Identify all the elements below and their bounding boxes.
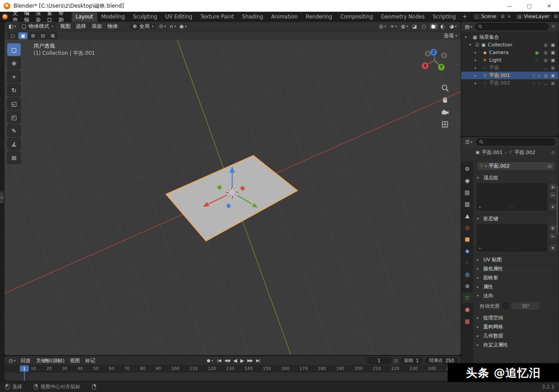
constraints-tab[interactable]: ⊛ <box>462 280 473 292</box>
gizmos-icon[interactable]: +▾ <box>389 23 398 29</box>
disclosure-icon[interactable]: ▸ <box>475 73 479 77</box>
panel-geometry-data[interactable]: ▸ 几何数据 <box>473 331 559 340</box>
workspace-tab[interactable]: UV Editing <box>161 12 197 22</box>
maximize-button[interactable]: □ <box>519 0 539 12</box>
pivot-point-icon[interactable]: ⊙ ▾ <box>158 23 167 29</box>
breadcrumb-object[interactable]: 平面.001 <box>482 149 503 156</box>
view-layer-tab[interactable]: ▧ <box>462 198 473 210</box>
disclosure-icon[interactable]: ▸ <box>475 81 479 85</box>
select-mode-extend[interactable]: ⊞ <box>28 32 37 39</box>
region-toggle-tab[interactable]: + <box>0 191 4 203</box>
panel-uv-maps[interactable]: ▸ UV 贴图 <box>473 255 559 264</box>
zoom-icon[interactable] <box>441 84 449 92</box>
texture-tab[interactable]: ▩ <box>462 315 473 327</box>
frame-start-field[interactable]: 起始1 <box>400 357 423 364</box>
mesh-name-field[interactable]: ▽ ▾ 平面.002 ◎ <box>477 162 555 170</box>
auto-smooth-checkbox[interactable] <box>503 303 508 309</box>
timeline-track-area[interactable] <box>5 373 461 381</box>
particles-tab[interactable]: ∴ <box>462 257 473 268</box>
viewport-canvas[interactable]: ▢ ⊕ + ↻ ◱ <box>5 40 461 355</box>
disclosure-icon[interactable]: ▸ <box>475 58 479 62</box>
shading-wireframe-icon[interactable]: ○ <box>421 23 429 29</box>
tool-options-label[interactable]: 选项 <box>444 32 454 39</box>
render-visibility-icon[interactable]: ▣ <box>550 50 556 55</box>
new-viewlayer-icon[interactable]: ⊞ <box>553 14 559 19</box>
row-plane-002[interactable]: ▸ ▽ 平面.002 ▽ + ◡ ▣ <box>461 79 559 87</box>
breadcrumb-data[interactable]: 平面.002 <box>514 149 536 156</box>
vertex-group-specials-button[interactable]: ▾ <box>549 203 556 210</box>
transform-tool[interactable]: ◰ <box>7 111 21 123</box>
shading-solid-icon[interactable]: ● <box>430 23 438 29</box>
add-cube-tool[interactable]: ⊞ <box>7 151 21 164</box>
timeline-menu-item[interactable]: 视图 <box>67 357 82 365</box>
workspace-tab[interactable]: Texture Paint <box>197 12 238 22</box>
output-tab[interactable]: ▤ <box>462 187 473 198</box>
vertex-group-remove-button[interactable]: − <box>549 191 556 199</box>
scene-tab[interactable]: ▲ <box>462 210 473 221</box>
physics-tab[interactable]: ◍ <box>462 269 473 280</box>
shape-keys-list[interactable]: ▸ ∷∷ <box>477 224 547 251</box>
viewlayer-selector[interactable]: ▤ ViewLayer <box>514 13 553 21</box>
workspace-tab[interactable]: Layout <box>72 12 97 22</box>
visibility-eye-icon[interactable]: ◡ <box>543 65 549 70</box>
disclosure-icon[interactable]: ▸ <box>475 50 479 55</box>
play-reverse-button[interactable]: ◀ <box>233 358 236 364</box>
playhead[interactable]: 1 <box>20 365 29 372</box>
shape-key-add-button[interactable]: + <box>549 224 556 232</box>
workspace-tab[interactable]: Animation <box>267 12 302 22</box>
viewport-menu-item[interactable]: 添加 <box>89 22 105 31</box>
new-scene-icon[interactable]: ⊞ <box>499 14 506 19</box>
scale-tool[interactable]: ◱ <box>7 97 21 110</box>
panel-attributes[interactable]: ▸ 属性 <box>473 282 559 291</box>
properties-scrollbar[interactable] <box>556 186 558 235</box>
overlays-icon[interactable]: ◍▾ <box>400 23 410 29</box>
shape-key-specials-button[interactable]: ▾ <box>549 244 556 251</box>
cursor-tool[interactable]: ⊕ <box>7 57 21 69</box>
visibility-eye-icon[interactable]: ◎ <box>543 50 549 55</box>
row-plane[interactable]: ▸ ▱ 平面 ◡ ▣ <box>461 64 559 72</box>
panel-face-maps[interactable]: ▸ 面映射 <box>473 273 559 282</box>
timeline-ruler[interactable]: 1 10203040506070809010011012013014015016… <box>5 365 461 373</box>
render-visibility-icon[interactable]: ▣ <box>550 73 556 78</box>
row-camera[interactable]: ▸ ◆ Camera ▣ ◎ ▣ <box>461 49 559 56</box>
properties-search-input[interactable] <box>485 140 553 145</box>
disclosure-icon[interactable]: ▾ <box>469 43 474 47</box>
panel-remesh[interactable]: ▸ 重构网格 <box>473 322 559 331</box>
render-tab[interactable]: ◉ <box>462 175 473 186</box>
transform-orientation-selector[interactable]: ⊕ 全局 ▾ <box>129 23 157 30</box>
auto-keying-button[interactable]: ● ▾ <box>206 358 215 363</box>
viewport-menu-item[interactable]: 选择 <box>73 22 89 31</box>
timeline-menu-item[interactable]: 标记 <box>82 357 98 365</box>
select-mode-subtract[interactable]: ⊟ <box>38 32 47 39</box>
panel-color-attributes[interactable]: ▸ 颜色属性 <box>473 264 559 273</box>
select-mode-new[interactable]: ▣ <box>18 32 27 39</box>
measure-tool[interactable]: ∡ <box>7 138 21 150</box>
unlink-scene-icon[interactable]: ✕ <box>506 14 512 19</box>
timeline-editor-type-icon[interactable]: ◷ ▾ <box>7 358 17 364</box>
object-visibility-icon[interactable]: ◎▾ <box>378 23 388 29</box>
timeline-menu-item[interactable]: 回放 <box>18 357 33 365</box>
properties-search[interactable] <box>476 138 556 146</box>
shape-key-remove-button[interactable]: − <box>549 232 556 240</box>
fake-user-icon[interactable]: ◎ <box>548 164 552 169</box>
axis-navigation-gizmo[interactable]: Z X Y <box>417 43 452 77</box>
viewport-menu-item[interactable]: 物体 <box>105 22 120 31</box>
panel-shape-keys[interactable]: ▾ 形态键 ∷∷ <box>473 214 559 223</box>
outliner-search[interactable] <box>475 23 549 30</box>
row-plane-001[interactable]: ▸ ▽ 平面.001 ▽ ✓ ◎ ▣ <box>461 72 559 79</box>
rotate-tool[interactable]: ↻ <box>7 84 21 96</box>
object-data-tab[interactable]: ▽ <box>462 292 473 303</box>
workspace-tab[interactable]: Sculpting <box>129 12 161 22</box>
disclosure-icon[interactable]: ▸ <box>475 66 479 70</box>
disclosure-icon[interactable]: ▾ <box>465 35 469 39</box>
outliner-filter-icon[interactable]: ▽ <box>550 24 556 29</box>
scene-selector[interactable]: ◱ Scene <box>472 13 499 21</box>
current-frame-field[interactable]: 1 <box>367 357 392 364</box>
vertex-groups-list[interactable]: ▸ ∷∷ <box>477 183 547 210</box>
add-workspace-button[interactable]: + <box>460 12 470 21</box>
render-visibility-icon[interactable]: ▣ <box>550 58 556 63</box>
viewport-menu-item[interactable]: 视图 <box>57 22 73 31</box>
move-tool[interactable]: + <box>7 70 21 83</box>
panel-vertex-groups[interactable]: ▾ 顶点组 ∷∷ <box>473 173 559 182</box>
camera-view-icon[interactable] <box>441 108 449 116</box>
